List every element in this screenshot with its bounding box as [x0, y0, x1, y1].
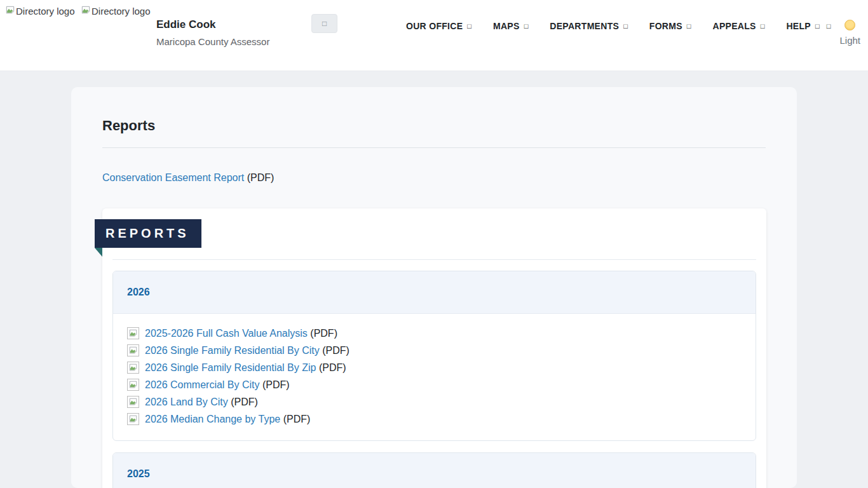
chevron-down-icon: □ — [524, 22, 531, 30]
reports-ribbon: REPORTS — [95, 219, 201, 248]
pdf-suffix: (PDF) — [260, 379, 290, 390]
search-icon: □ — [322, 19, 327, 28]
report-item: 2026 Median Change by Type (PDF) — [127, 410, 742, 428]
nav-label: OUR OFFICE — [406, 21, 463, 31]
nav-item-help[interactable]: HELP □ □ — [786, 21, 833, 31]
search-button[interactable]: □ — [311, 14, 337, 33]
theme-toggle[interactable]: Light — [839, 20, 860, 46]
report-item: 2026 Single Family Residential By City (… — [127, 342, 742, 359]
reports-card: REPORTS 2026 2025-2026 Full Cash Value A… — [102, 208, 766, 488]
chevron-down-icon: □ — [761, 22, 768, 30]
nav-label: FORMS — [649, 21, 682, 31]
assessor-identity: Eddie Cook Maricopa County Assessor — [156, 18, 269, 47]
nav-label: HELP — [786, 21, 811, 31]
nav-item-departments[interactable]: DEPARTMENTS □ — [550, 21, 630, 31]
chevron-down-icon: □ □ — [815, 22, 833, 30]
conservation-easement-report-link[interactable]: Conservation Easement Report — [102, 172, 244, 183]
chevron-down-icon: □ — [687, 22, 694, 30]
report-link[interactable]: 2026 Commercial By City — [145, 379, 260, 390]
broken-image-icon — [81, 6, 90, 17]
year-label: 2026 — [127, 287, 150, 297]
sun-icon — [844, 20, 855, 30]
nav-label: MAPS — [493, 21, 520, 31]
assessor-name: Eddie Cook — [156, 18, 269, 31]
broken-image-icon — [127, 379, 139, 391]
pdf-suffix: (PDF) — [228, 396, 258, 407]
divider — [102, 147, 766, 148]
logo-broken-image[interactable]: Directory logo — [6, 4, 78, 18]
chevron-down-icon: □ — [467, 22, 474, 30]
broken-image-icon — [127, 344, 139, 356]
pdf-suffix: (PDF) — [244, 172, 274, 183]
broken-image-icon — [6, 6, 15, 17]
nav-label: DEPARTMENTS — [550, 21, 619, 31]
report-list: 2025-2026 Full Cash Value Analysis (PDF)… — [113, 314, 756, 440]
logo-alt-text: Directory logo — [92, 6, 151, 17]
year-section-2026: 2026 2025-2026 Full Cash Value Analysis … — [112, 271, 756, 441]
year-section-header: 2025 — [113, 453, 756, 488]
nav-item-forms[interactable]: FORMS □ — [649, 21, 694, 31]
year-section-header: 2026 — [113, 271, 756, 314]
report-item: 2026 Single Family Residential By Zip (P… — [127, 359, 742, 376]
year-label: 2025 — [127, 468, 150, 479]
report-link[interactable]: 2025-2026 Full Cash Value Analysis — [145, 328, 308, 339]
broken-image-icon — [127, 396, 139, 408]
report-item: 2025-2026 Full Cash Value Analysis (PDF) — [127, 325, 742, 342]
nav-item-our-office[interactable]: OUR OFFICE □ — [406, 21, 474, 31]
content-container: Reports Conservation Easement Report (PD… — [71, 87, 797, 488]
report-link[interactable]: 2026 Single Family Residential By City — [145, 345, 320, 356]
pdf-suffix: (PDF) — [280, 414, 310, 424]
year-section-2025: 2025 — [112, 452, 756, 488]
theme-toggle-label: Light — [839, 35, 860, 46]
broken-image-icon — [127, 362, 139, 374]
chevron-down-icon: □ — [623, 22, 630, 30]
logo-alt-text: Directory logo — [16, 6, 75, 17]
report-link[interactable]: 2026 Land By City — [145, 396, 228, 407]
page-title: Reports — [102, 118, 766, 134]
ribbon-fold — [95, 248, 102, 257]
main-nav: OUR OFFICE □ MAPS □ DEPARTMENTS □ FORMS … — [406, 21, 833, 31]
site-header: Directory logo Directory logo Eddie Cook… — [0, 0, 868, 71]
broken-image-icon — [127, 413, 139, 425]
pdf-suffix: (PDF) — [320, 345, 349, 356]
assessor-title: Maricopa County Assessor — [156, 36, 269, 47]
pdf-suffix: (PDF) — [308, 328, 337, 339]
broken-image-icon — [127, 327, 139, 339]
nav-item-appeals[interactable]: APPEALS □ — [713, 21, 768, 31]
divider — [112, 259, 756, 260]
report-link[interactable]: 2026 Single Family Residential By Zip — [145, 362, 316, 373]
nav-label: APPEALS — [713, 21, 756, 31]
intro-line: Conservation Easement Report (PDF) — [102, 172, 766, 184]
report-item: 2026 Land By City (PDF) — [127, 393, 742, 410]
nav-item-maps[interactable]: MAPS □ — [493, 21, 531, 31]
report-link[interactable]: 2026 Median Change by Type — [145, 414, 280, 424]
logo-broken-image[interactable]: Directory logo — [81, 4, 153, 18]
report-item: 2026 Commercial By City (PDF) — [127, 376, 742, 393]
pdf-suffix: (PDF) — [316, 362, 346, 373]
